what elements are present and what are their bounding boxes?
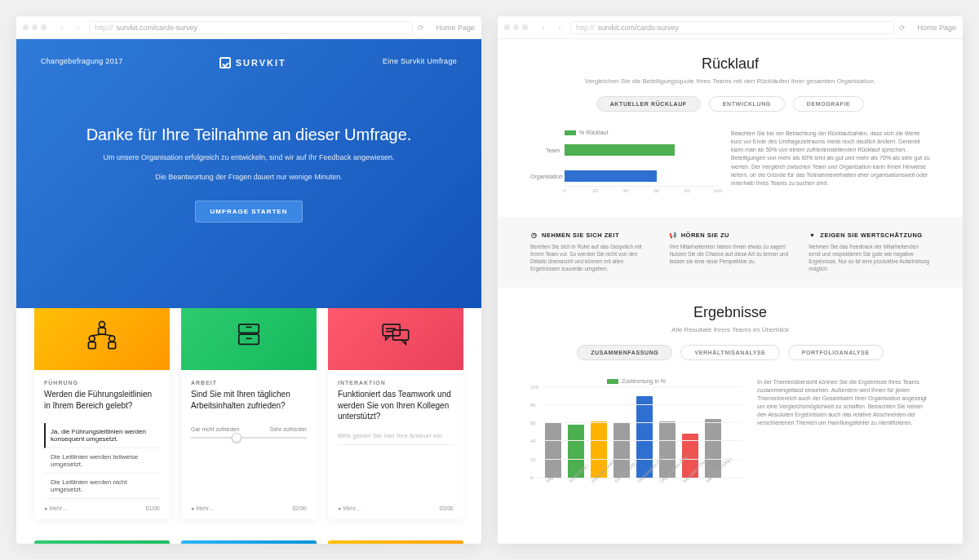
option[interactable]: Die Leitlinien werden teilweise umgesetz… — [44, 448, 160, 474]
more-link[interactable]: ● Mehr… — [338, 505, 361, 511]
tab[interactable]: ENTWICKLUNG — [709, 96, 785, 112]
browser-chrome: ‹ › http:// survkit.com/cards-survey ⟳ H… — [498, 16, 963, 39]
more-link[interactable]: ● Mehr… — [44, 505, 68, 511]
reload-icon[interactable]: ⟳ — [418, 24, 424, 32]
survey-hero: Changebefragung 2017 SURVKIT Eine Survki… — [16, 39, 481, 308]
window-controls[interactable] — [504, 24, 528, 30]
more-link[interactable]: ● Mehr… — [191, 505, 215, 511]
svg-rect-5 — [109, 342, 116, 349]
card-page: 01/06 — [145, 505, 160, 511]
tab[interactable]: PORTFOLIOANALYSE — [788, 345, 884, 360]
chart-legend: Zustimmung in % — [530, 378, 742, 384]
card-header — [34, 298, 170, 370]
home-link[interactable]: Home Page — [436, 24, 475, 32]
card-question: Sind Sie mit Ihren täglichen Arbeitsinha… — [191, 389, 307, 415]
free-text-input[interactable]: Bitte geben Sie hier Ihre Antwort ein. — [338, 432, 454, 445]
tip: ◷NEHMEN SIE SICH ZEIT Bereiten Sie sich … — [530, 231, 652, 272]
section-ruecklauf: Rücklauf Vergleichen Sie die Beteiligung… — [498, 39, 963, 217]
survey-cards-row2 — [16, 540, 481, 544]
survey-card[interactable]: FÜHRUNG Werden die Führungsleitlinien in… — [34, 298, 170, 519]
chart-description: Beachten Sie bei der Betrachtung der Rüc… — [731, 130, 930, 197]
tabs-ergebnisse: ZUSAMMENFASSUNG VERHÄLTNISANALYSE PORTFO… — [530, 345, 930, 360]
hero-title: Danke für Ihre Teilnahme an dieser Umfra… — [41, 126, 457, 144]
address-bar[interactable]: http:// survkit.com/cards-survey — [89, 21, 413, 34]
survey-page: Changebefragung 2017 SURVKIT Eine Survki… — [16, 39, 481, 544]
nav-back-icon[interactable]: ‹ — [538, 24, 549, 32]
nav-fwd-icon[interactable]: › — [554, 24, 565, 32]
start-survey-button[interactable]: UMFRAGE STARTEN — [195, 201, 303, 223]
card-category: INTERAKTION — [338, 380, 454, 386]
hero-sub1: Um unsere Organisation erfolgreich zu en… — [41, 152, 457, 164]
section-sub: Alle Resultate Ihrers Teams im Überblick — [530, 326, 930, 333]
slider[interactable] — [191, 437, 307, 439]
section-sub: Vergleichen Sie die Beteiligungsquote Ih… — [530, 77, 930, 85]
nav-fwd-icon[interactable]: › — [73, 24, 84, 32]
address-bar[interactable]: http:// survkit.com/cards-survey — [570, 21, 894, 34]
speaker-icon: 📢 — [670, 231, 677, 239]
survey-card[interactable]: ARBEIT Sind Sie mit Ihren täglichen Arbe… — [181, 298, 317, 519]
tab[interactable]: AKTUELLER RÜCKLAUF — [596, 96, 701, 112]
svg-rect-8 — [239, 324, 259, 333]
card-page: 02/06 — [292, 505, 307, 511]
url-path: survkit.com/cards-survey — [598, 24, 680, 32]
dashboard-window: ‹ › http:// survkit.com/cards-survey ⟳ H… — [498, 16, 963, 544]
chart-legend: % Rücklauf — [530, 130, 718, 135]
card-header — [328, 540, 463, 544]
home-link[interactable]: Home Page — [917, 24, 956, 32]
url-path: survkit.com/cards-survey — [117, 24, 198, 32]
card-question: Funktioniert das Teamwork und werden Sie… — [338, 389, 454, 422]
survey-cards-row1: FÜHRUNG Werden die Führungsleitlinien in… — [16, 298, 481, 537]
brand-logo-icon — [219, 57, 231, 68]
section-title: Rücklauf — [530, 55, 930, 73]
slider-thumb[interactable] — [232, 433, 241, 443]
card-page: 03/06 — [439, 505, 454, 511]
reload-icon[interactable]: ⟳ — [899, 24, 906, 32]
card-category: FÜHRUNG — [44, 380, 160, 386]
slider-min: Gar nicht zufrieden — [191, 426, 239, 432]
option[interactable]: Die Leitlinien werden nicht umgesetzt. — [44, 474, 160, 499]
card-question: Werden die Führungsleitlinien in Ihrem B… — [44, 389, 160, 415]
chart-description: In der Themenübersicht können Sie die Er… — [757, 378, 930, 485]
card-category: ARBEIT — [191, 380, 307, 386]
chart-ruecklauf: % Rücklauf Team Organisation 0 20 40 — [530, 130, 718, 197]
card-header — [181, 298, 317, 370]
brand-name: SURVKIT — [236, 58, 286, 68]
hero-sub2: Die Beantwortung der Fragen dauert nur w… — [41, 172, 457, 183]
tab[interactable]: VERHÄLTNISANALYSE — [680, 345, 779, 360]
card-options: Ja, die Führungsleitlinien werden konseq… — [44, 423, 160, 499]
section-ergebnisse: Ergebnisse Alle Resultate Ihrers Teams i… — [498, 288, 963, 505]
svg-line-7 — [102, 334, 112, 336]
brand[interactable]: SURVKIT — [219, 57, 286, 68]
card-header — [34, 540, 170, 544]
card-header — [181, 540, 317, 544]
x-axis: 0 20 40 60 80 100 — [565, 186, 718, 197]
tab[interactable]: DEMOGRAFIE — [793, 96, 864, 112]
clock-icon: ◷ — [530, 231, 538, 239]
svg-line-6 — [92, 334, 102, 336]
option[interactable]: Ja, die Führungsleitlinien werden konseq… — [44, 423, 160, 448]
svg-point-0 — [100, 321, 105, 327]
window-controls[interactable] — [23, 24, 47, 30]
section-title: Ergebnisse — [530, 304, 930, 321]
tips-strip: ◷NEHMEN SIE SICH ZEIT Bereiten Sie sich … — [498, 217, 963, 287]
slider-max: Sehr zufrieden — [269, 426, 307, 432]
svg-point-2 — [89, 336, 95, 342]
nav-back-icon[interactable]: ‹ — [56, 24, 68, 32]
svg-rect-3 — [88, 342, 95, 349]
bar-label: Team — [530, 148, 565, 153]
url-proto: http:// — [576, 24, 595, 32]
heart-icon: ♥ — [808, 231, 816, 239]
tab[interactable]: ZUSAMMENFASSUNG — [577, 345, 672, 360]
chart-ergebnisse: Zustimmung in % 0 20 40 60 80 100 Allgem… — [530, 378, 742, 485]
card-header — [328, 298, 463, 370]
svg-point-4 — [109, 336, 115, 342]
tip: ♥ZEIGEN SIE WERTSCHÄTZUNG Nehmen Sie das… — [808, 231, 930, 272]
context-label: Changebefragung 2017 — [41, 57, 123, 68]
survey-window: ‹ › http:// survkit.com/cards-survey ⟳ H… — [16, 16, 481, 544]
svg-rect-1 — [99, 328, 106, 334]
tagline: Eine Survkit Umfrage — [383, 57, 457, 68]
archive-icon — [232, 317, 266, 351]
survey-card[interactable]: INTERAKTION Funktioniert das Teamwork un… — [328, 298, 463, 519]
url-proto: http:// — [95, 24, 113, 32]
chat-icon — [379, 317, 413, 351]
